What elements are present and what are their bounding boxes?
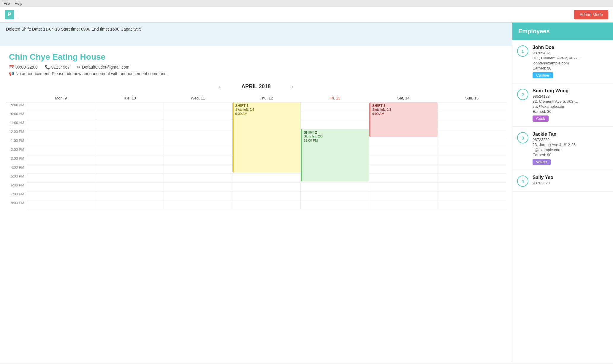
day-cell[interactable] — [438, 147, 506, 156]
day-cell[interactable] — [438, 174, 506, 183]
day-cell[interactable] — [164, 192, 232, 200]
outlet-email-item: ✉ DefaultOutlet@gmail.com — [77, 65, 129, 69]
time-label: 6:00 PM — [6, 183, 27, 192]
employee-email: stw@example.com — [533, 104, 608, 109]
day-cell[interactable] — [301, 192, 369, 200]
day-cell[interactable] — [369, 138, 438, 147]
day-cell[interactable] — [438, 102, 506, 111]
admin-mode-button[interactable]: Admin Mode — [574, 10, 608, 19]
day-cell[interactable] — [164, 165, 232, 174]
day-cell[interactable] — [438, 120, 506, 129]
day-cell[interactable] — [301, 120, 369, 129]
day-cell[interactable] — [164, 156, 232, 165]
day-cell[interactable] — [164, 138, 232, 147]
announcement-text: No announcement. Please add new announce… — [15, 71, 168, 76]
day-cell[interactable] — [369, 192, 438, 200]
day-cell[interactable] — [27, 102, 95, 111]
day-cell[interactable] — [27, 183, 95, 192]
day-cell[interactable] — [301, 200, 369, 209]
day-cell[interactable] — [27, 174, 95, 183]
day-cell[interactable]: SHIFT 1 Slots left: 2/5 9:00 AM — [232, 102, 301, 174]
employee-name: Sally Yeo — [533, 175, 608, 180]
day-cell[interactable] — [232, 174, 301, 183]
shift-block[interactable]: SHIFT 1 Slots left: 2/5 9:00 AM — [232, 102, 301, 172]
day-cell[interactable] — [164, 147, 232, 156]
day-cell[interactable] — [27, 138, 95, 147]
day-cell[interactable] — [95, 200, 164, 209]
day-cell[interactable] — [438, 156, 506, 165]
day-cell[interactable] — [95, 156, 164, 165]
day-cell[interactable] — [95, 192, 164, 200]
day-cell[interactable] — [301, 102, 369, 111]
day-cell[interactable] — [438, 165, 506, 174]
day-cell[interactable] — [164, 174, 232, 183]
day-cell[interactable] — [95, 174, 164, 183]
email-icon: ✉ — [77, 65, 80, 69]
day-cell[interactable] — [438, 183, 506, 192]
day-cell[interactable] — [164, 200, 232, 209]
day-cell[interactable] — [95, 120, 164, 129]
day-cell[interactable] — [164, 102, 232, 111]
day-cell[interactable] — [438, 111, 506, 120]
employee-name: Jackie Tan — [533, 132, 608, 137]
day-cell[interactable] — [301, 111, 369, 120]
calendar-next-button[interactable]: › — [289, 82, 296, 91]
employees-header: Employees — [512, 23, 613, 40]
employee-item: 4 Sally Yeo 98762323 — [512, 170, 613, 192]
time-label: 11:00 AM — [6, 120, 27, 129]
time-label: 4:00 PM — [6, 165, 27, 174]
day-cell[interactable] — [27, 192, 95, 200]
day-cell[interactable] — [27, 129, 95, 138]
day-cell[interactable] — [232, 200, 301, 209]
main-layout: Deleted Shift: Date: 11-04-18 Start time… — [0, 23, 613, 363]
shift-block[interactable]: SHIFT 3 Slots left: 0/3 9:00 AM — [369, 102, 438, 137]
day-cell[interactable] — [369, 165, 438, 174]
day-cell[interactable] — [438, 192, 506, 200]
employee-number: 3 — [517, 132, 528, 143]
calendar-nav: ‹ APRIL 2018 › — [6, 82, 506, 91]
day-cell[interactable] — [369, 147, 438, 156]
day-cell[interactable] — [95, 138, 164, 147]
employee-phone: 98765432 — [533, 51, 608, 55]
day-cell[interactable] — [164, 111, 232, 120]
day-cell[interactable] — [27, 156, 95, 165]
day-cell[interactable] — [27, 165, 95, 174]
day-cell[interactable] — [301, 183, 369, 192]
day-cell[interactable] — [438, 200, 506, 209]
day-cell[interactable] — [369, 200, 438, 209]
menu-bar: File Help — [0, 0, 613, 7]
announcement-icon: 📢 — [9, 71, 14, 76]
day-cell[interactable] — [369, 156, 438, 165]
day-cell[interactable] — [164, 129, 232, 138]
day-cell[interactable] — [95, 165, 164, 174]
outlet-info: Chin Chye Eating House 📅 09:00-22:00 📞 9… — [0, 46, 512, 79]
day-cell[interactable] — [27, 200, 95, 209]
day-cell[interactable] — [369, 174, 438, 183]
day-cell[interactable] — [27, 147, 95, 156]
day-cell[interactable] — [95, 147, 164, 156]
menu-file[interactable]: File — [4, 1, 10, 6]
day-cell[interactable] — [95, 183, 164, 192]
shift-block[interactable]: SHIFT 2 Slots left: 2/3 12:00 PM — [301, 129, 369, 181]
day-cell[interactable] — [438, 138, 506, 147]
menu-help[interactable]: Help — [15, 1, 23, 6]
day-cell[interactable] — [27, 120, 95, 129]
employee-role-badge: Cashier — [533, 72, 553, 78]
shift-slots: Slots left: 2/3 — [304, 134, 367, 138]
day-cell[interactable] — [27, 111, 95, 120]
day-cell[interactable]: SHIFT 2 Slots left: 2/3 12:00 PM — [301, 129, 369, 183]
employees-sidebar: Employees 1 John Doe 98765432 311, Cleme… — [512, 23, 613, 363]
day-cell[interactable]: SHIFT 3 Slots left: 0/3 9:00 AM — [369, 102, 438, 138]
day-cell[interactable] — [232, 192, 301, 200]
day-cell[interactable] — [164, 183, 232, 192]
calendar-title: APRIL 2018 — [229, 83, 283, 90]
employee-info: Jackie Tan 98723232 23, Jurong Ave 4, #1… — [533, 132, 608, 165]
day-cell[interactable] — [369, 183, 438, 192]
calendar-prev-button[interactable]: ‹ — [217, 82, 224, 91]
day-cell[interactable] — [232, 183, 301, 192]
day-cell[interactable] — [95, 129, 164, 138]
day-cell[interactable] — [95, 102, 164, 111]
day-cell[interactable] — [438, 129, 506, 138]
day-cell[interactable] — [95, 111, 164, 120]
day-cell[interactable] — [164, 120, 232, 129]
